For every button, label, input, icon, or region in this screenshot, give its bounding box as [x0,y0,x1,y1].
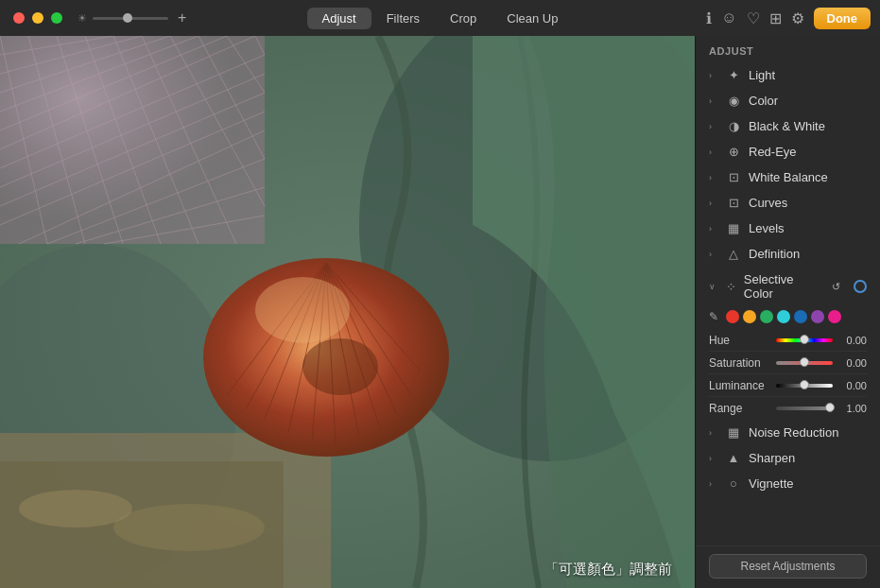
close-button[interactable] [13,12,25,24]
adjust-item-light[interactable]: › ✦ Light [696,62,880,88]
adjust-list: › ✦ Light › ◉ Color › ◑ Black & White › … [696,62,880,545]
white-balance-icon: ⊡ [726,170,741,184]
saturation-label: Saturation [709,356,770,370]
heart-icon[interactable]: ♡ [747,9,760,27]
minimize-button[interactable] [32,12,43,24]
info-icon[interactable]: ℹ [706,9,712,27]
swatch-magenta[interactable] [828,310,841,323]
chevron-right-icon: › [709,173,718,182]
swatch-blue[interactable] [794,310,807,323]
vignette-label: Vignette [749,476,867,491]
vignette-icon: ○ [726,476,741,491]
range-slider[interactable] [776,406,833,410]
chevron-right-icon: › [709,428,718,438]
reset-adjustments-button[interactable]: Reset Adjustments [709,554,867,579]
saturation-slider[interactable] [776,361,833,365]
black-white-label: Black & White [749,119,867,133]
chevron-right-icon: › [709,96,718,106]
adjust-item-red-eye[interactable]: › ⊕ Red-Eye [696,139,880,164]
chevron-right-icon: › [709,224,718,233]
adjust-item-definition[interactable]: › △ Definition [696,241,880,267]
chevron-down-icon: ∨ [709,282,718,291]
sharpen-icon: ▲ [726,451,741,465]
range-row: Range 1.00 [709,397,867,420]
tab-filters[interactable]: Filters [371,8,435,29]
photo-image [0,36,695,588]
swatch-purple[interactable] [811,310,824,323]
bottom-label: 「可選顏色」調整前 [544,561,672,579]
tab-adjust[interactable]: Adjust [307,8,371,29]
svg-point-45 [255,277,350,343]
swatch-green[interactable] [760,310,773,323]
hue-row: Hue 0.00 [709,329,867,352]
luminance-label: Luminance [709,379,770,392]
range-label: Range [709,402,770,415]
gear-icon[interactable]: ⚙ [791,9,804,27]
adjust-item-color[interactable]: › ◉ Color [696,88,880,113]
chevron-right-icon: › [709,250,718,259]
saturation-value: 0.00 [838,357,867,369]
add-button[interactable]: + [178,9,186,26]
chevron-right-icon: › [709,71,718,80]
brightness-slider-area: ☀ + [78,9,186,26]
black-white-icon: ◑ [726,119,741,133]
tab-cleanup[interactable]: Clean Up [492,8,573,29]
luminance-slider[interactable] [776,384,833,388]
adjust-item-white-balance[interactable]: › ⊡ White Balance [696,164,880,190]
color-swatches: ✎ [696,306,880,329]
sc-toggle-icon[interactable] [854,280,867,293]
hue-value: 0.00 [838,335,867,346]
adjust-item-levels[interactable]: › ▦ Levels [696,216,880,241]
adjust-item-vignette[interactable]: › ○ Vignette [696,471,880,496]
swatch-red[interactable] [726,310,739,323]
swatch-cyan[interactable] [777,310,790,323]
swatch-orange[interactable] [743,310,756,323]
red-eye-icon: ⊕ [726,145,741,159]
right-panel: ADJUST › ✦ Light › ◉ Color › ◑ Black & W… [695,36,880,588]
selective-color-icon: ⁘ [726,280,736,294]
definition-label: Definition [749,247,867,261]
adjust-item-noise-reduction[interactable]: › ▦ Noise Reduction [696,420,880,445]
range-value: 1.00 [838,403,867,414]
emoji-icon[interactable]: ☺ [721,9,736,26]
hue-thumb[interactable] [800,335,809,344]
luminance-thumb[interactable] [800,380,809,389]
panel-header: ADJUST [696,36,880,62]
adjust-item-black-white[interactable]: › ◑ Black & White [696,113,880,139]
chevron-right-icon: › [709,199,718,208]
chevron-right-icon: › [709,122,718,131]
luminance-row: Luminance 0.00 [709,374,867,397]
color-icon: ◉ [726,94,741,108]
tab-crop[interactable]: Crop [435,8,492,29]
done-button[interactable]: Done [814,8,871,29]
selective-color-section: ∨ ⁘ Selective Color ↺ ✎ [696,267,880,420]
brightness-slider[interactable] [93,17,168,20]
adjust-item-sharpen[interactable]: › ▲ Sharpen [696,445,880,471]
sc-reset-icon[interactable]: ↺ [832,281,840,293]
nav-tabs: Adjust Filters Crop Clean Up [307,0,574,36]
adjust-item-curves[interactable]: › ⊡ Curves [696,190,880,216]
saturation-thumb[interactable] [800,357,809,367]
pencil-icon[interactable]: ✎ [709,310,722,323]
maximize-button[interactable] [51,12,62,24]
noise-reduction-icon: ▦ [726,425,741,440]
hue-slider[interactable] [776,338,833,342]
svg-rect-4 [0,36,265,244]
sharpen-label: Sharpen [749,451,867,465]
selective-color-header[interactable]: ∨ ⁘ Selective Color ↺ [696,267,880,306]
levels-icon: ▦ [726,221,741,235]
svg-point-31 [19,490,132,527]
definition-icon: △ [726,247,741,261]
svg-point-46 [302,338,378,395]
main-area: ADJUST › ✦ Light › ◉ Color › ◑ Black & W… [0,36,880,588]
panel-footer: Reset Adjustments [696,545,880,588]
selective-color-label: Selective Color [744,272,824,301]
saturation-row: Saturation 0.00 [709,352,867,374]
toolbar-right: ℹ ☺ ♡ ⊞ ⚙ Done [706,0,871,36]
svg-point-32 [113,504,265,551]
white-balance-label: White Balance [749,170,867,184]
chevron-right-icon: › [709,479,718,489]
range-thumb[interactable] [825,403,835,412]
share-icon[interactable]: ⊞ [769,9,782,27]
color-label: Color [749,94,867,108]
